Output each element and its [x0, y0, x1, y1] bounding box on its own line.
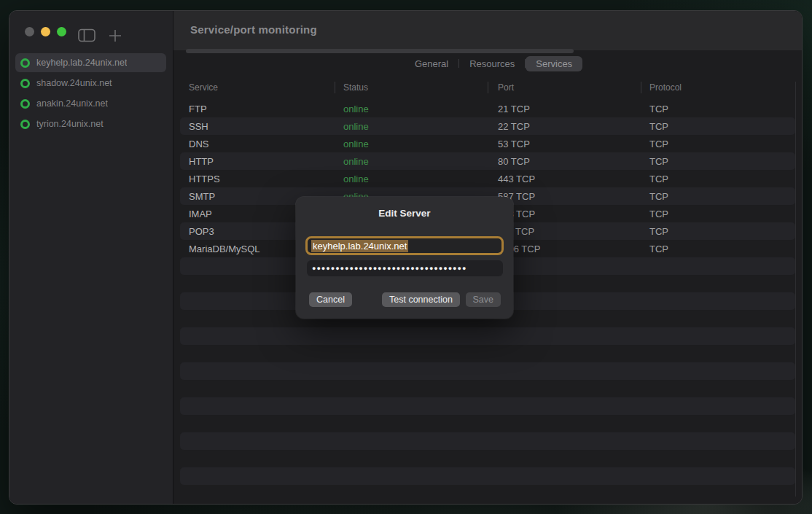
cell-protocol: TCP [649, 104, 802, 114]
close-button[interactable] [25, 27, 34, 36]
plus-icon [109, 29, 122, 42]
column-header-port[interactable]: Port [498, 82, 649, 93]
column-divider [335, 82, 335, 93]
table-row-empty [173, 397, 802, 415]
cell-port: 80 TCP [498, 156, 649, 167]
table-row-empty [173, 380, 802, 397]
sidebar: keyhelp.lab.24unix.netshadow.24unix.neta… [9, 11, 173, 504]
cell-status: online [343, 156, 498, 167]
table-row[interactable]: SSHonline22 TCPTCP [173, 117, 802, 135]
table-row[interactable]: DNSonline53 TCPTCP [173, 135, 802, 152]
cell-port: 143 TCP [498, 209, 649, 219]
test-connection-button[interactable]: Test connection [382, 292, 460, 307]
page-title: Service/port monitoring [190, 23, 317, 36]
save-button[interactable]: Save [466, 292, 501, 307]
cell-status: online [343, 139, 498, 149]
traffic-lights [25, 27, 66, 36]
tab-general[interactable]: General [405, 56, 458, 71]
tab-resources[interactable]: Resources [459, 56, 525, 71]
cell-port: 110 TCP [498, 226, 649, 237]
server-status-icon [20, 79, 30, 88]
sidebar-item-server[interactable]: anakin.24unix.net [15, 94, 166, 113]
tab-bar: GeneralResourcesServices [179, 55, 803, 71]
cell-status: online [343, 174, 498, 184]
server-name-label: tyrion.24unix.net [36, 119, 104, 129]
cell-protocol: TCP [649, 191, 802, 202]
column-divider [641, 82, 641, 93]
sidebar-item-server[interactable]: shadow.24unix.net [15, 74, 166, 93]
cell-service: SSH [173, 121, 343, 132]
cell-service: DNS [173, 139, 343, 149]
toggle-sidebar-button[interactable] [78, 28, 95, 44]
cell-port: 3306 TCP [498, 244, 649, 254]
table-row[interactable]: FTPonline21 TCPTCP [173, 100, 802, 117]
server-name-label: shadow.24unix.net [36, 78, 112, 88]
server-status-icon [20, 58, 30, 68]
cell-protocol: TCP [649, 209, 802, 219]
cell-service: FTP [173, 104, 343, 114]
server-status-icon [20, 99, 30, 109]
cell-protocol: TCP [649, 174, 802, 184]
modal-button-row: CancelTest connectionSave [296, 292, 513, 307]
content-top-divider [186, 49, 574, 53]
sidebar-item-server[interactable]: keyhelp.lab.24unix.net [15, 53, 166, 72]
server-name-label: anakin.24unix.net [36, 98, 108, 109]
cell-protocol: TCP [649, 121, 802, 132]
tab-services[interactable]: Services [526, 56, 582, 71]
cell-status: online [343, 104, 498, 114]
minimize-button[interactable] [41, 27, 50, 36]
column-header-service[interactable]: Service [173, 82, 343, 93]
cell-protocol: TCP [649, 244, 802, 254]
column-header-status[interactable]: Status [343, 82, 498, 93]
cell-protocol: TCP [649, 156, 802, 167]
password-masked-value: ●●●●●●●●●●●●●●●●●●●●●●●●●●●●●●●●● [312, 265, 466, 272]
table-row-empty [173, 450, 802, 467]
add-server-button[interactable] [109, 29, 122, 44]
cell-service: HTTPS [173, 174, 343, 184]
sidebar-icon [78, 28, 95, 42]
edit-server-dialog: Edit Server keyhelp.lab.24unix.net ●●●●●… [296, 197, 513, 319]
cell-port: 443 TCP [498, 174, 649, 184]
table-row-empty [173, 327, 802, 345]
table-row-empty [173, 485, 802, 502]
cell-protocol: TCP [649, 139, 802, 149]
server-name-label: keyhelp.lab.24unix.net [36, 58, 127, 68]
column-divider [488, 82, 488, 93]
cell-port: 53 TCP [498, 139, 649, 149]
table-row-empty [173, 467, 802, 485]
table-row[interactable]: HTTPSonline443 TCPTCP [173, 170, 802, 187]
cell-status: online [343, 121, 498, 132]
cell-port: 21 TCP [498, 104, 649, 114]
server-address-input[interactable]: keyhelp.lab.24unix.net [305, 236, 504, 255]
sidebar-item-server[interactable]: tyrion.24unix.net [15, 114, 166, 133]
cell-port: 587 TCP [498, 191, 649, 202]
cancel-button[interactable]: Cancel [309, 292, 352, 307]
column-header-protocol[interactable]: Protocol [649, 82, 802, 93]
title-bar: Service/port monitoring [173, 11, 802, 50]
server-address-value: keyhelp.lab.24unix.net [311, 240, 408, 252]
password-input[interactable]: ●●●●●●●●●●●●●●●●●●●●●●●●●●●●●●●●● [307, 260, 503, 276]
table-row[interactable]: HTTPonline80 TCPTCP [173, 152, 802, 170]
cell-protocol: TCP [649, 226, 802, 237]
table-row-empty [173, 432, 802, 450]
server-status-icon [20, 120, 30, 129]
table-row-empty [173, 362, 802, 380]
table-row-empty [173, 415, 802, 432]
table-row-empty [173, 345, 802, 362]
cell-port: 22 TCP [498, 121, 649, 132]
zoom-button[interactable] [57, 27, 66, 36]
dialog-title: Edit Server [296, 197, 513, 219]
cell-service: HTTP [173, 156, 343, 167]
server-list: keyhelp.lab.24unix.netshadow.24unix.neta… [15, 53, 166, 135]
